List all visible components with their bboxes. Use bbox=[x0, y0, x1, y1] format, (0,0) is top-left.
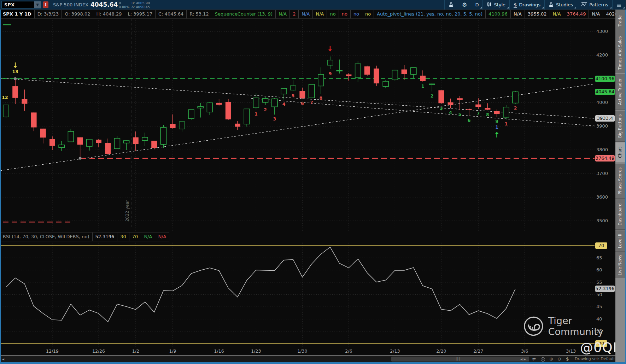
toolbar-button-d[interactable]: D bbox=[471, 0, 482, 10]
sidebar-tab-dashboard[interactable]: Dashboard bbox=[615, 199, 625, 230]
sidebar-tab-live-news[interactable]: Live News bbox=[615, 252, 625, 278]
scroll-left-icon[interactable]: ◂ bbox=[2, 356, 4, 362]
study-header-cell[interactable]: 70 bbox=[129, 233, 141, 241]
study-header-cell[interactable]: no bbox=[351, 10, 362, 18]
study-header-cell[interactable]: 3955.02 bbox=[525, 10, 550, 18]
study-header-cell[interactable]: N/A bbox=[589, 10, 603, 18]
svg-text:1: 1 bbox=[504, 121, 508, 127]
sidebar-tab-phase-scores[interactable]: Phase Scores bbox=[615, 164, 625, 199]
svg-text:9: 9 bbox=[495, 119, 498, 124]
rsi-tick-label: 45 bbox=[596, 304, 602, 309]
chart-title[interactable]: SPX 1 Y 1D bbox=[0, 10, 35, 18]
toolbar-button-style[interactable]: Style bbox=[482, 0, 509, 10]
time-tick-label: 2/20 bbox=[431, 348, 452, 354]
study-header-cell[interactable]: C: 4045.64 bbox=[156, 10, 187, 18]
study-header-cell[interactable]: N/A bbox=[141, 233, 155, 241]
time-tick-label: 2/13 bbox=[384, 348, 405, 354]
price-badge: 3764.49 bbox=[595, 155, 615, 162]
candlestick-chart[interactable]: 2022 year1234567891234567891121213 bbox=[0, 18, 595, 232]
svg-text:7: 7 bbox=[477, 111, 480, 116]
time-tick-label: 3/6 bbox=[514, 348, 535, 354]
study-header-cell[interactable]: N/A bbox=[276, 10, 290, 18]
toolbar-button-label: Style bbox=[494, 2, 505, 7]
study-header-cell[interactable]: 52.3196 bbox=[93, 233, 118, 241]
gear-button[interactable]: ⚙ bbox=[458, 0, 471, 10]
rsi-badge: 70 bbox=[595, 242, 607, 249]
price-tick-label: 4200 bbox=[596, 52, 608, 58]
svg-text:4: 4 bbox=[282, 101, 286, 107]
crosshair-icon[interactable]: + bbox=[541, 356, 545, 362]
menu-button[interactable]: ≡ bbox=[612, 0, 625, 10]
study-header-cell[interactable]: L: 3995.17 bbox=[125, 10, 156, 18]
study-header-cell[interactable]: 4100.96 bbox=[486, 10, 511, 18]
svg-text:5: 5 bbox=[458, 112, 461, 117]
study-header-cell[interactable]: no bbox=[362, 10, 374, 18]
study-header-cell[interactable]: N/A bbox=[550, 10, 564, 18]
study-header-cell[interactable]: Auto_pivot_lines (21, yes, no, no, 20, 5… bbox=[374, 10, 486, 18]
sidebar-tab-big-buttons[interactable]: Big Buttons bbox=[615, 111, 625, 142]
svg-text:6: 6 bbox=[301, 101, 304, 106]
study-header-cell[interactable]: N/A bbox=[313, 10, 327, 18]
pan-mode-icon[interactable]: ⇄ bbox=[532, 356, 536, 362]
zoom-in-icon[interactable]: ⊕ bbox=[549, 356, 553, 362]
svg-text:1: 1 bbox=[495, 124, 498, 130]
svg-text:2: 2 bbox=[431, 93, 434, 99]
study-header-cell[interactable]: N/A bbox=[511, 10, 525, 18]
sidebar-tab-trade[interactable]: Trade bbox=[615, 10, 625, 33]
scrollbar-thumb[interactable]: ||| bbox=[391, 357, 529, 362]
menu-icon: ≡ bbox=[616, 1, 621, 8]
sidebar-tab-chart[interactable]: Chart bbox=[615, 142, 625, 163]
study-header-cell[interactable]: no bbox=[327, 10, 339, 18]
time-tick-label: 12/19 bbox=[42, 348, 63, 354]
sidebar-tab-times-and-sales[interactable]: Times And Sales bbox=[615, 33, 625, 73]
study-header-cell[interactable]: H: 4048.29 bbox=[93, 10, 125, 18]
flask-icon bbox=[449, 1, 454, 8]
symbol-value[interactable]: SPX bbox=[2, 2, 34, 7]
svg-text:3: 3 bbox=[440, 106, 443, 111]
study-header-cell[interactable]: RSI (14, 70, 30, CLOSE, WILDERS, no) bbox=[0, 233, 93, 241]
toolbar-button-drawings[interactable]: $Drawings bbox=[509, 0, 544, 10]
toolbar-button-patterns[interactable]: Patterns bbox=[577, 0, 612, 10]
zoom-out-icon[interactable]: ⊖ bbox=[557, 356, 561, 362]
study-header-cell[interactable]: 3764.49 bbox=[564, 10, 589, 18]
sidebar-tab-level-ii[interactable]: Level II bbox=[615, 230, 625, 252]
symbol-input[interactable]: SPX ▼ bbox=[1, 1, 41, 8]
study-header-cell[interactable]: 2 bbox=[290, 10, 299, 18]
scroll-step-icons[interactable]: ◂ ▸ bbox=[520, 356, 526, 362]
price-tick-label: 4000 bbox=[596, 100, 608, 105]
study-header-cell[interactable]: no bbox=[339, 10, 351, 18]
study-header-cell[interactable]: D: 3/3/23 bbox=[35, 10, 62, 18]
time-tick-label: 12/26 bbox=[88, 348, 109, 354]
price-axis[interactable]: 430042004000390038003700360035004100.964… bbox=[595, 18, 615, 232]
toolbar-button-studies[interactable]: Studies bbox=[544, 0, 577, 10]
study-header-cell[interactable]: N/A bbox=[155, 233, 169, 241]
svg-text:1: 1 bbox=[421, 83, 425, 89]
drawing-set-label[interactable]: Drawing set: Default bbox=[575, 356, 615, 362]
change-percent: 0.00% bbox=[119, 5, 129, 9]
study-header-cell[interactable]: N/A bbox=[299, 10, 313, 18]
study-header-cell[interactable]: R: 53.12 bbox=[187, 10, 212, 18]
rsi-chart[interactable] bbox=[0, 242, 595, 348]
tiger-community-text: Tiger Community bbox=[548, 315, 626, 337]
svg-text:6: 6 bbox=[468, 118, 471, 123]
svg-text:8: 8 bbox=[319, 95, 322, 101]
time-tick-label: 1/23 bbox=[245, 348, 267, 354]
alert-icon[interactable]: ! bbox=[43, 1, 48, 8]
study-header-cell[interactable]: O: 3998.02 bbox=[62, 10, 93, 18]
sidebar-tab-active-trader[interactable]: Active Trader bbox=[615, 74, 625, 110]
toolbar-button-label: D bbox=[475, 2, 479, 7]
chart-header: SPX 1 Y 1D D: 3/3/23O: 3998.02H: 4048.29… bbox=[0, 10, 626, 19]
toolbar-button-label: Drawings bbox=[519, 2, 540, 7]
study-header-cell[interactable]: 30 bbox=[117, 233, 129, 241]
flask-button[interactable] bbox=[444, 0, 458, 10]
svg-text:5: 5 bbox=[292, 93, 295, 98]
price-badge: 4045.64 bbox=[595, 89, 615, 95]
chart-scrollbar[interactable]: ◂ ||| ◂ ▸ ⇄ + ⊕ ⊖ $ Drawing set: Default bbox=[0, 356, 615, 362]
time-axis[interactable]: 12/1912/261/21/91/161/231/302/62/132/202… bbox=[0, 348, 615, 355]
rsi-tick-label: 60 bbox=[596, 267, 602, 272]
price-tick-label: 4300 bbox=[596, 29, 608, 34]
study-header-cell[interactable]: SequenceCounter (13, 9) bbox=[212, 10, 276, 18]
symbol-dropdown-icon[interactable]: ▼ bbox=[34, 1, 41, 8]
gear-icon: ⚙ bbox=[462, 2, 467, 8]
scrollbar-grip-icon: ||| bbox=[456, 357, 460, 360]
